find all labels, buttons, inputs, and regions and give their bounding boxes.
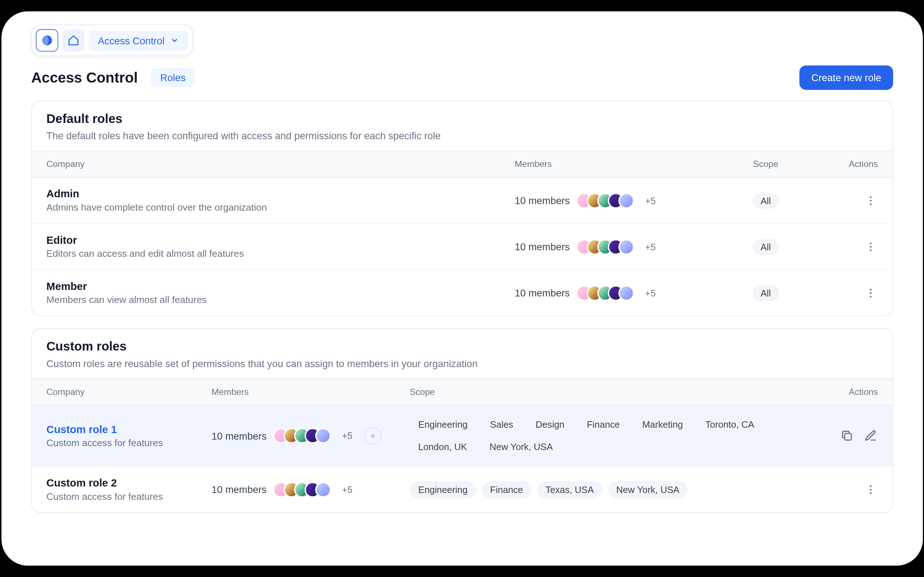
tab-roles[interactable]: Roles xyxy=(151,68,195,87)
more-actions-button[interactable] xyxy=(863,193,878,208)
svg-point-14 xyxy=(869,492,871,494)
role-name: Editor xyxy=(46,234,514,246)
members-count: 10 members xyxy=(212,430,267,442)
col-members: Members xyxy=(212,387,410,397)
custom-roles-title: Custom roles xyxy=(46,339,878,354)
col-scope: Scope xyxy=(410,387,819,397)
svg-point-4 xyxy=(869,203,871,205)
scope-tag: London, UK xyxy=(410,438,476,456)
table-row[interactable]: Editor Editors can access and edit almos… xyxy=(32,224,892,270)
svg-point-10 xyxy=(869,295,871,297)
col-company: Company xyxy=(46,387,212,397)
scope-tag: Finance xyxy=(481,481,531,498)
svg-point-6 xyxy=(869,246,871,247)
members-overflow: +5 xyxy=(645,241,656,252)
members-count: 10 members xyxy=(514,241,570,252)
scope-tag: Engineering xyxy=(410,481,476,498)
default-roles-title: Default roles xyxy=(46,112,878,126)
avatar xyxy=(315,428,331,443)
scope-tag: Marketing xyxy=(633,416,691,433)
avatar-stack xyxy=(576,285,634,301)
scope-tag: Texas, USA xyxy=(537,481,602,498)
avatar xyxy=(618,285,634,301)
home-icon[interactable] xyxy=(62,29,84,52)
role-name[interactable]: Custom role 1 xyxy=(46,423,212,435)
svg-point-13 xyxy=(869,488,871,490)
svg-rect-11 xyxy=(845,434,851,440)
col-actions: Actions xyxy=(825,159,878,169)
avatar-stack xyxy=(273,482,331,497)
role-description: Admins have complete control over the or… xyxy=(46,202,514,213)
table-row[interactable]: Member Members can view almost all featu… xyxy=(32,270,892,316)
svg-point-9 xyxy=(869,292,871,293)
breadcrumb-current[interactable]: Access Control xyxy=(89,30,188,51)
role-description: Members can view almost all features xyxy=(46,294,514,305)
table-row[interactable]: Admin Admins have complete control over … xyxy=(32,178,892,224)
svg-point-7 xyxy=(869,249,871,251)
breadcrumb: Access Control xyxy=(31,24,193,56)
members-count: 10 members xyxy=(514,287,570,298)
avatar xyxy=(315,482,331,497)
page-header: Access Control Roles Create new role xyxy=(31,65,893,90)
scope-tag: Toronto, CA xyxy=(696,416,762,433)
more-actions-button[interactable] xyxy=(863,285,878,300)
svg-point-5 xyxy=(869,242,871,244)
scope-tag: Engineering xyxy=(410,416,476,433)
members-count: 10 members xyxy=(212,484,267,495)
svg-point-1 xyxy=(42,35,48,45)
role-description: Custom access for features xyxy=(46,437,212,448)
role-name: Member xyxy=(46,280,514,292)
col-members: Members xyxy=(514,159,706,169)
chevron-down-icon xyxy=(170,36,179,45)
members-count: 10 members xyxy=(514,195,570,206)
role-description: Editors can access and edit almost all f… xyxy=(46,248,514,259)
scope-tag: New York, USA xyxy=(481,438,561,456)
col-scope: Scope xyxy=(706,159,825,169)
svg-point-12 xyxy=(869,485,871,487)
avatar-stack xyxy=(576,193,634,208)
create-role-button[interactable]: Create new role xyxy=(799,65,893,90)
duplicate-button[interactable] xyxy=(840,429,854,443)
scope-badge: All xyxy=(753,285,779,301)
custom-roles-subtitle: Custom roles are reusable set of permiss… xyxy=(46,358,878,369)
col-company: Company xyxy=(46,159,514,169)
scope-tag: New York, USA xyxy=(607,481,688,498)
custom-roles-header-row: Company Members Scope Actions xyxy=(32,378,892,405)
default-roles-card: Default roles The default roles have bee… xyxy=(31,100,893,316)
default-roles-header-row: Company Members Scope Actions xyxy=(32,151,892,178)
role-name: Admin xyxy=(46,188,514,200)
scope-tag: Finance xyxy=(578,416,628,433)
role-description: Custom access for features xyxy=(46,491,212,501)
default-roles-subtitle: The default roles have been configured w… xyxy=(46,130,878,141)
avatar-stack xyxy=(576,239,634,255)
more-actions-button[interactable] xyxy=(863,239,878,254)
page-title: Access Control xyxy=(31,69,137,87)
more-actions-button[interactable] xyxy=(863,482,878,496)
col-actions: Actions xyxy=(818,387,878,397)
table-row[interactable]: Custom role 1 Custom access for features… xyxy=(32,405,892,467)
avatar xyxy=(618,193,634,208)
members-overflow: +5 xyxy=(645,195,656,206)
scope-tag: Sales xyxy=(481,416,522,433)
avatar-stack xyxy=(273,428,331,443)
svg-point-3 xyxy=(869,200,871,201)
members-overflow: +5 xyxy=(645,287,656,298)
svg-point-2 xyxy=(869,196,871,198)
table-row[interactable]: Custom role 2 Custom access for features… xyxy=(32,467,892,512)
breadcrumb-label: Access Control xyxy=(98,35,165,46)
add-member-button[interactable]: + xyxy=(364,427,381,444)
edit-button[interactable] xyxy=(863,429,878,443)
app-logo-icon[interactable] xyxy=(36,29,58,52)
avatar xyxy=(618,239,634,255)
svg-point-8 xyxy=(869,288,871,290)
scope-badge: All xyxy=(753,239,779,255)
custom-roles-card: Custom roles Custom roles are reusable s… xyxy=(31,328,893,513)
scope-tag: Design xyxy=(527,416,573,433)
members-overflow: +5 xyxy=(342,484,352,495)
role-name: Custom role 2 xyxy=(46,477,212,489)
scope-badge: All xyxy=(753,193,779,208)
members-overflow: +5 xyxy=(342,430,352,441)
